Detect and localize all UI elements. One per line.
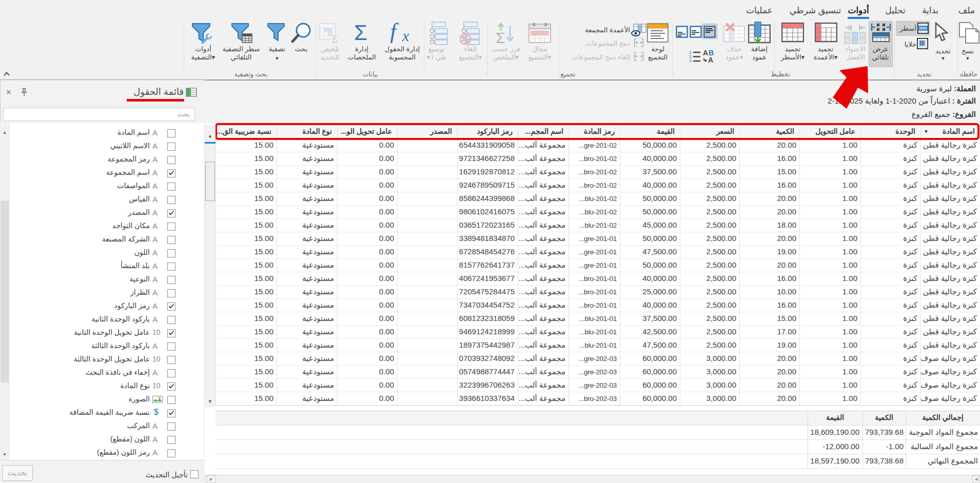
svg-text:Σ: Σ <box>496 29 505 44</box>
svg-text:x: x <box>402 27 409 43</box>
svg-text:3: 3 <box>689 59 692 63</box>
svg-text:Σ: Σ <box>354 23 367 43</box>
svg-text:A: A <box>708 56 713 63</box>
svg-text:f: f <box>390 22 399 43</box>
svg-text:Σ: Σ <box>331 32 338 44</box>
svg-text:A: A <box>703 49 708 57</box>
